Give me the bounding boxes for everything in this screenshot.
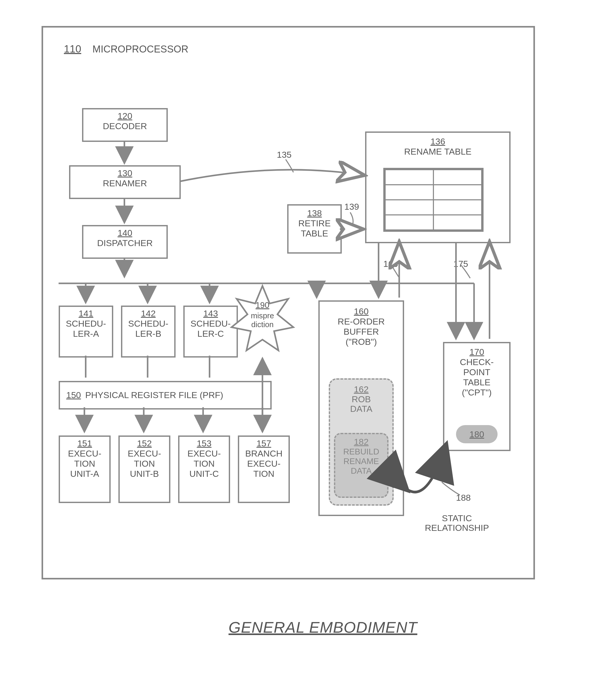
renamer-block: 130 RENAMER [69,165,181,199]
callout-188: 188 [456,493,471,503]
exec-c-label: EXECU- TION UNIT-C [179,449,229,479]
retire-table-ref: 138 [289,208,340,218]
exec-c-ref: 153 [179,438,229,449]
cpt-inner-ref: 180 [469,429,484,439]
renamer-label: RENAMER [70,178,179,188]
callout-139: 139 [344,202,359,212]
rob-ref: 160 [320,306,403,316]
svg-marker-22 [231,286,293,350]
exec-b-label: EXECU- TION UNIT-B [120,449,169,479]
renamer-ref: 130 [70,168,179,178]
scheduler-c-ref: 143 [184,308,237,318]
prf-block: 150 PHYSICAL REGISTER FILE (PRF) [59,381,272,409]
rob-label: RE-ORDER BUFFER ("ROB") [320,316,403,347]
rebuild-label: REBUILD RENAME DATA [335,447,387,476]
prf-label: PHYSICAL REGISTER FILE (PRF) [85,390,223,400]
figure-caption: GENERAL EMBODIMENT [228,618,417,636]
callout-165: 165 [383,259,398,269]
scheduler-a-ref: 141 [60,308,112,318]
dispatcher-ref: 140 [83,228,166,238]
branch-exec-block: 157 BRANCH EXECU- TION [238,435,290,503]
rebuild-ref: 182 [335,437,387,447]
title-ref: 110 [64,43,81,55]
exec-b-block: 152 EXECU- TION UNIT-B [118,435,170,503]
title-text: MICROPROCESSOR [93,44,188,55]
static-relationship-label: STATIC RELATIONSHIP [425,513,489,533]
scheduler-a-label: SCHEDU- LER-A [60,318,112,339]
scheduler-a-block: 141 SCHEDU- LER-A [59,306,113,358]
dispatcher-label: DISPATCHER [83,238,166,248]
decoder-label: DECODER [83,121,166,131]
rename-table-ref: 136 [366,136,509,146]
scheduler-c-block: 143 SCHEDU- LER-C [183,306,238,358]
decoder-ref: 120 [83,111,166,121]
branch-exec-label: BRANCH EXECU- TION [239,449,289,479]
mispre-label-2: diction [251,320,274,329]
exec-c-block: 153 EXECU- TION UNIT-C [178,435,230,503]
scheduler-b-ref: 142 [122,308,174,318]
callout-175: 175 [453,259,468,269]
cpt-inner-pill: 180 [456,425,498,443]
scheduler-b-block: 142 SCHEDU- LER-B [121,306,176,358]
mispre-ref: 190 [256,300,269,310]
exec-a-ref: 151 [60,438,109,449]
scheduler-c-label: SCHEDU- LER-C [184,318,237,339]
rename-table-label: RENAME TABLE [366,146,509,157]
scheduler-b-label: SCHEDU- LER-B [122,318,174,339]
branch-exec-ref: 157 [239,438,289,449]
mispre-label-1: mispre [251,311,274,320]
decoder-block: 120 DECODER [82,108,168,142]
rob-data-ref: 162 [330,384,392,394]
microprocessor-outline: 110 MICROPROCESSOR 120 DECODER 130 RENAM… [42,26,535,579]
callout-135: 135 [277,150,292,160]
exec-b-ref: 152 [120,438,169,449]
misprediction-star: 190 mispre diction [231,286,293,350]
exec-a-label: EXECU- TION UNIT-A [60,449,109,479]
cpt-label: CHECK- POINT TABLE ("CPT") [444,357,509,398]
rob-data-label: ROB DATA [330,394,392,414]
prf-ref: 150 [66,390,81,400]
dispatcher-block: 140 DISPATCHER [82,225,168,259]
rename-table-grid [383,168,483,232]
exec-a-block: 151 EXECU- TION UNIT-A [59,435,111,503]
cpt-ref: 170 [444,347,509,357]
rebuild-rename-block: 182 REBUILD RENAME DATA [334,433,388,498]
retire-table-label: RETIRE TABLE [289,218,340,238]
retire-table-block: 138 RETIRE TABLE [287,204,342,253]
